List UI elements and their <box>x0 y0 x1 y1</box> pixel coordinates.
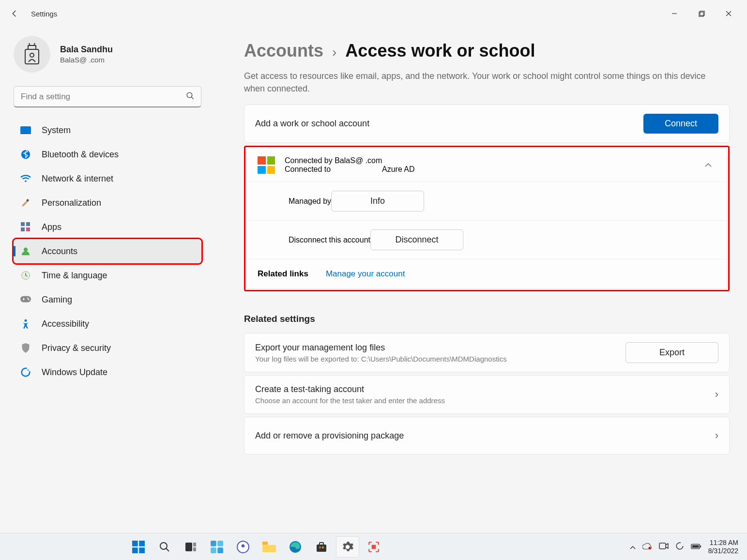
search-box <box>14 86 201 107</box>
nav-network[interactable]: Network & internet <box>14 166 201 191</box>
svg-point-39 <box>242 544 245 547</box>
battery-icon[interactable] <box>691 543 701 551</box>
svg-point-49 <box>676 543 683 549</box>
nav-accessibility[interactable]: Accessibility <box>14 312 201 336</box>
page-description: Get access to resources like email, apps… <box>244 70 728 95</box>
related-links-row: Related links Manage your account <box>247 259 727 288</box>
svg-point-22 <box>28 299 30 301</box>
apps-icon <box>20 222 31 232</box>
managed-by-row: Managed by Info <box>247 182 727 221</box>
export-card: Export your management log files Your lo… <box>244 333 730 372</box>
related-links-label: Related links <box>258 269 308 279</box>
nav-accounts[interactable]: Accounts <box>14 239 201 263</box>
minimize-button[interactable] <box>661 4 688 23</box>
test-account-sub: Choose an account for the test taker and… <box>255 396 445 405</box>
disconnect-button[interactable]: Disconnect <box>370 229 463 250</box>
microsoft-logo-icon <box>258 156 275 174</box>
nav-apps[interactable]: Apps <box>14 215 201 239</box>
connect-button[interactable]: Connect <box>643 114 718 134</box>
edge-button[interactable] <box>284 536 307 558</box>
avatar <box>14 36 50 73</box>
clock[interactable]: 11:28 AM 8/31/2022 <box>708 539 738 555</box>
file-explorer-button[interactable] <box>258 536 281 558</box>
maximize-button[interactable] <box>688 4 715 23</box>
svg-rect-48 <box>659 543 666 549</box>
user-profile[interactable]: Bala Sandhu BalaS@ .com <box>14 36 201 73</box>
bluetooth-icon <box>20 149 31 160</box>
meet-now-icon[interactable] <box>659 542 669 551</box>
connected-by-label: Connected by BalaS@ .com <box>285 156 691 165</box>
widgets-button[interactable] <box>205 536 229 558</box>
nav-system[interactable]: System <box>14 118 201 142</box>
nav-label: Accessibility <box>42 319 89 329</box>
person-icon <box>20 246 31 257</box>
svg-rect-51 <box>692 545 699 548</box>
nav-bluetooth[interactable]: Bluetooth & devices <box>14 142 201 166</box>
svg-rect-2 <box>700 11 704 15</box>
manage-account-link[interactable]: Manage your account <box>326 269 405 279</box>
nav-label: Gaming <box>42 295 72 305</box>
back-button[interactable] <box>5 4 24 23</box>
svg-rect-44 <box>319 546 321 548</box>
snip-button[interactable] <box>362 536 385 558</box>
close-button[interactable] <box>715 4 742 23</box>
svg-point-23 <box>25 319 27 322</box>
updates-icon[interactable] <box>675 542 684 552</box>
connected-to-label: Connected to Azure AD <box>285 165 691 174</box>
svg-rect-13 <box>21 222 25 226</box>
store-button[interactable] <box>310 536 333 558</box>
svg-point-17 <box>24 248 28 252</box>
onedrive-icon[interactable] <box>642 543 652 551</box>
nav-privacy[interactable]: Privacy & security <box>14 336 201 360</box>
disconnect-row: Disconnect this account Disconnect <box>247 221 727 259</box>
svg-rect-33 <box>193 547 196 551</box>
task-view-button[interactable] <box>179 536 202 558</box>
export-sub: Your log files will be exported to: C:\U… <box>255 355 507 363</box>
wifi-icon <box>20 173 31 184</box>
start-button[interactable] <box>127 536 150 558</box>
nav-personalization[interactable]: Personalization <box>14 191 201 215</box>
search-input[interactable] <box>14 86 201 107</box>
provisioning-card[interactable]: Add or remove a provisioning package › <box>244 417 730 454</box>
gamepad-icon <box>20 294 31 305</box>
shield-icon <box>20 343 31 353</box>
nav-label: Time & language <box>42 271 107 281</box>
nav-time-language[interactable]: Time & language <box>14 263 201 288</box>
managed-by-label: Managed by <box>289 197 331 206</box>
svg-point-47 <box>648 547 651 549</box>
svg-point-6 <box>30 53 34 57</box>
nav-label: Personalization <box>42 198 101 208</box>
nav-gaming[interactable]: Gaming <box>14 288 201 312</box>
add-account-card: Add a work or school account Connect <box>244 105 730 143</box>
disconnect-label: Disconnect this account <box>289 236 370 244</box>
taskbar: 11:28 AM 8/31/2022 <box>0 533 747 560</box>
sidebar: Bala Sandhu BalaS@ .com System Bluetooth… <box>0 27 215 533</box>
svg-rect-42 <box>317 545 326 552</box>
window-title: Settings <box>31 10 57 18</box>
account-expander-header[interactable]: Connected by BalaS@ .com Connected to Az… <box>247 149 727 182</box>
nav-label: Privacy & security <box>42 343 111 353</box>
svg-rect-45 <box>322 546 324 548</box>
system-icon <box>20 125 31 136</box>
tray-chevron-icon[interactable] <box>630 543 636 551</box>
svg-rect-43 <box>320 543 323 545</box>
svg-rect-37 <box>218 547 224 553</box>
teams-button[interactable] <box>231 536 255 558</box>
system-tray[interactable]: 11:28 AM 8/31/2022 <box>630 539 742 555</box>
breadcrumb-parent[interactable]: Accounts <box>244 41 323 61</box>
nav-windows-update[interactable]: Windows Update <box>14 360 201 384</box>
export-button[interactable]: Export <box>625 342 718 363</box>
related-settings-title: Related settings <box>244 314 730 324</box>
settings-taskbar-button[interactable] <box>336 536 359 558</box>
search-button[interactable] <box>153 536 176 558</box>
svg-rect-40 <box>262 542 268 545</box>
svg-rect-34 <box>211 541 216 546</box>
main-content: Accounts › Access work or school Get acc… <box>215 27 747 533</box>
svg-rect-15 <box>21 227 25 231</box>
svg-rect-31 <box>185 543 192 551</box>
test-account-card[interactable]: Create a test-taking account Choose an a… <box>244 375 730 414</box>
svg-rect-14 <box>26 222 30 226</box>
chevron-right-icon: › <box>715 429 718 442</box>
svg-rect-35 <box>218 541 224 546</box>
info-button[interactable]: Info <box>331 191 424 212</box>
